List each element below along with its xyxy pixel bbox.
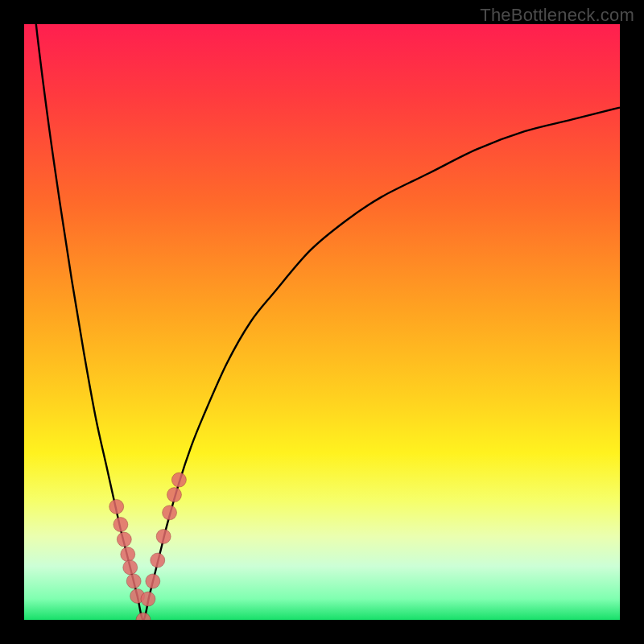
- marker-point: [114, 518, 128, 532]
- marker-point: [141, 592, 155, 606]
- marker-point: [163, 506, 177, 520]
- marker-point: [109, 499, 124, 514]
- marker-point: [146, 574, 160, 588]
- bottleneck-chart: [24, 24, 620, 620]
- marker-point: [126, 574, 141, 588]
- chart-frame: TheBottleneck.com: [0, 0, 644, 644]
- marker-point: [151, 553, 165, 568]
- marker-point: [123, 560, 138, 575]
- gradient-background: [24, 24, 620, 620]
- marker-point: [121, 547, 135, 562]
- marker-point: [117, 532, 131, 547]
- marker-point: [156, 529, 171, 543]
- watermark-text: TheBottleneck.com: [480, 5, 634, 26]
- marker-point: [167, 488, 181, 502]
- plot-area: [24, 24, 620, 620]
- marker-point: [171, 473, 186, 487]
